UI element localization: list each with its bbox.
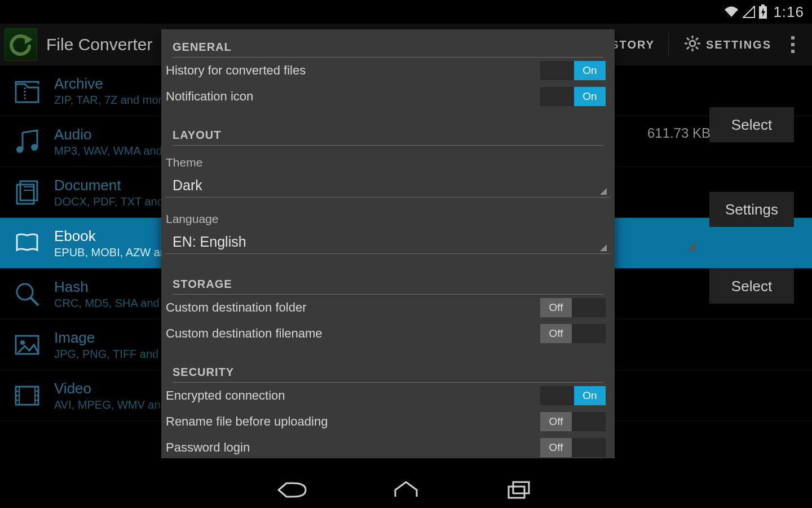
setting-encrypted-toggle[interactable]: On — [540, 386, 606, 405]
language-value: EN: English — [173, 234, 246, 249]
app-icon — [5, 28, 37, 61]
file-size-text: 611.73 KB — [647, 125, 812, 141]
theme-value: Dark — [173, 177, 202, 193]
settings-action[interactable]: SETTINGS — [685, 36, 771, 54]
svg-line-9 — [687, 38, 689, 40]
settings-action-label: SETTINGS — [706, 38, 771, 51]
music-icon — [10, 125, 44, 159]
setting-custom-folder-label: Custom destination folder — [166, 300, 540, 315]
setting-password[interactable]: Password login Off — [161, 435, 615, 458]
document-icon — [10, 176, 44, 209]
setting-custom-filename[interactable]: Custom destination filename Off — [161, 321, 615, 347]
setting-custom-filename-toggle[interactable]: Off — [540, 324, 606, 343]
dropdown-triangle-icon — [600, 244, 607, 251]
select-file-button-2[interactable]: Select — [709, 269, 794, 304]
setting-custom-folder-toggle[interactable]: Off — [540, 298, 606, 317]
svg-point-15 — [31, 144, 38, 151]
setting-rename-label: Rename file before uploading — [166, 414, 540, 429]
archive-icon — [10, 74, 44, 108]
setting-notification[interactable]: Notification icon On — [161, 84, 615, 110]
book-icon — [10, 226, 44, 260]
film-icon — [10, 379, 44, 413]
theme-label: Theme — [161, 146, 615, 172]
svg-rect-33 — [509, 487, 524, 498]
setting-notification-toggle[interactable]: On — [540, 87, 606, 106]
format-settings-button[interactable]: Settings — [709, 192, 794, 227]
section-general: GENERAL — [161, 29, 615, 57]
setting-notification-label: Notification icon — [166, 89, 540, 104]
cell-signal-icon — [743, 6, 755, 18]
theme-dropdown[interactable]: Dark — [166, 172, 610, 198]
status-bar: 1:16 — [0, 0, 812, 24]
setting-password-label: Password login — [166, 440, 540, 455]
setting-history-label: History for converted files — [166, 63, 540, 78]
setting-custom-filename-label: Custom destination filename — [166, 326, 540, 341]
nav-back-button[interactable] — [237, 480, 350, 500]
section-storage: STORAGE — [161, 259, 615, 294]
navigation-bar — [0, 472, 812, 508]
setting-rename[interactable]: Rename file before uploading Off — [161, 409, 615, 435]
wifi-icon — [723, 6, 739, 18]
overflow-menu[interactable] — [782, 34, 804, 55]
setting-encrypted[interactable]: Encrypted connection On — [161, 383, 615, 409]
setting-rename-toggle[interactable]: Off — [540, 412, 606, 431]
dropdown-triangle-icon — [600, 188, 607, 195]
language-label: Language — [161, 202, 615, 228]
svg-point-4 — [690, 41, 695, 46]
svg-line-21 — [30, 297, 38, 305]
image-icon — [10, 328, 44, 362]
svg-line-10 — [696, 47, 698, 49]
category-title: Archive — [54, 75, 168, 93]
svg-point-14 — [16, 146, 23, 153]
setting-password-toggle[interactable]: Off — [540, 438, 606, 457]
svg-line-12 — [687, 47, 689, 49]
setting-encrypted-label: Encrypted connection — [166, 388, 540, 403]
nav-home-button[interactable] — [350, 480, 462, 500]
gear-icon — [685, 36, 700, 54]
settings-dialog: GENERAL History for converted files On N… — [161, 29, 615, 458]
right-panel: Select 611.73 KB Settings Select — [620, 65, 812, 304]
setting-custom-folder[interactable]: Custom destination folder Off — [161, 295, 615, 321]
section-security: SECURITY — [161, 347, 615, 382]
svg-point-23 — [20, 340, 25, 345]
setting-history-toggle[interactable]: On — [540, 61, 606, 80]
magnifier-icon — [10, 277, 44, 311]
section-layout: LAYOUT — [161, 110, 615, 145]
svg-line-11 — [696, 38, 698, 40]
separator — [668, 33, 669, 56]
category-subtitle: ZIP, TAR, 7Z and more — [54, 94, 168, 107]
battery-charging-icon — [758, 5, 767, 19]
language-dropdown[interactable]: EN: English — [166, 228, 610, 254]
spinner-triangle-icon — [687, 242, 696, 251]
svg-rect-1 — [761, 5, 765, 6]
nav-recents-button[interactable] — [462, 480, 575, 500]
svg-point-20 — [17, 284, 33, 300]
setting-history[interactable]: History for converted files On — [161, 58, 615, 84]
svg-marker-3 — [25, 35, 33, 44]
clock-text: 1:16 — [773, 3, 804, 21]
svg-rect-34 — [513, 482, 529, 493]
